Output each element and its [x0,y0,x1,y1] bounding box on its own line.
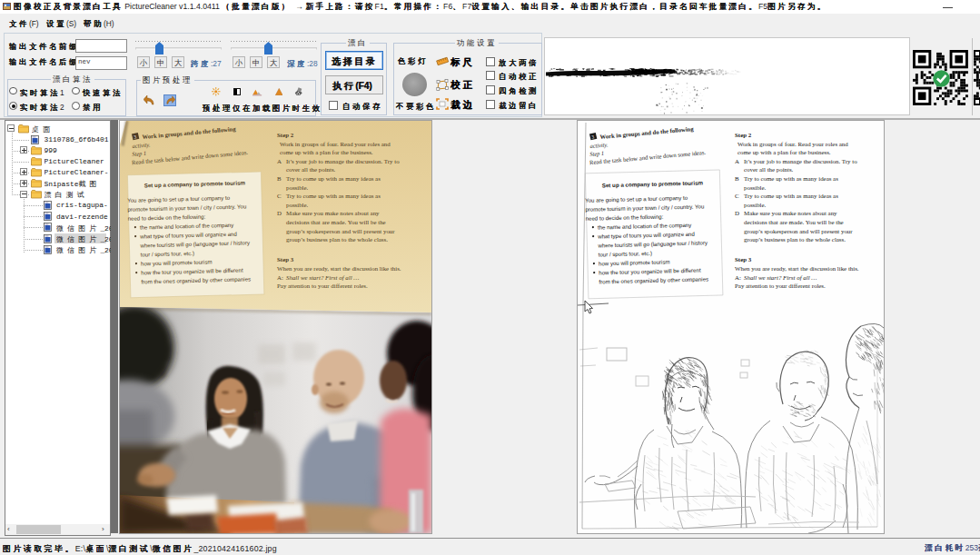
svg-text:Try to come up with as many id: Try to come up with as many ideas as [744,175,838,182]
svg-text:possible.: possible. [744,184,767,191]
svg-text:cover all the points.: cover all the points. [744,166,794,173]
svg-text:B: B [277,175,282,182]
svg-text:It’s your job to manage the di: It’s your job to manage the discussion. … [744,158,857,164]
svg-text:Make sure you make notes about: Make sure you make notes about any [744,210,837,216]
svg-text:come up with a plan for the bu: come up with a plan for the business. [280,149,373,155]
svg-text:It’s your job to manage the di: It’s your job to manage the discussion. … [286,158,400,164]
svg-text:Make sure you make notes about: Make sure you make notes about any [286,210,380,216]
svg-text:Shall we start? First of all …: Shall we start? First of all … [744,274,817,281]
svg-text:C: C [735,193,739,199]
svg-text:A:: A: [735,274,741,281]
svg-text:decisions that are made. You w: decisions that are made. You will be the [744,219,844,225]
svg-text:Work in groups of four. Read y: Work in groups of four. Read your roles … [737,141,848,147]
svg-text:possible.: possible. [286,202,309,208]
svg-text:Step 1: Step 1 [132,150,146,157]
svg-text:D: D [277,210,282,216]
svg-text:B: B [735,175,739,182]
svg-text:Try to come up with as many id: Try to come up with as many ideas as [744,193,838,199]
svg-text:decisions that are made. You w: decisions that are made. You will be the [286,219,386,225]
svg-text:group’s business plan to the w: group’s business plan to the whole class… [744,236,846,243]
svg-text:Try to come up with as many id: Try to come up with as many ideas as [286,193,381,199]
svg-text:A:: A: [277,274,283,281]
svg-text:When you are ready, start the: When you are ready, start the discussion… [277,265,401,272]
svg-text:A: A [277,158,282,164]
svg-text:D: D [735,210,739,216]
svg-text:group’s business plan to the w: group’s business plan to the whole class… [286,236,388,243]
svg-text:When you are ready, start the: When you are ready, start the discussion… [735,265,859,272]
svg-text:group’s spokesperson and will: group’s spokesperson and will present yo… [286,228,395,234]
svg-text:Step 2: Step 2 [735,132,752,138]
svg-text:Try to come up with as many id: Try to come up with as many ideas as [286,175,381,182]
svg-text:Pay attention to your differen: Pay attention to your different roles. [735,282,826,289]
svg-text:possible.: possible. [744,202,767,208]
svg-text:group’s spokesperson and will: group’s spokesperson and will present yo… [744,228,853,234]
svg-text:Step 1: Step 1 [589,150,604,157]
svg-text:Step 2: Step 2 [277,132,294,138]
svg-text:possible.: possible. [286,184,309,191]
svg-text:Step 3: Step 3 [277,256,294,263]
svg-text:cover all the points.: cover all the points. [286,166,336,173]
svg-text:Pay attention to your differen: Pay attention to your different roles. [277,282,368,289]
svg-text:Shall we start? First of all …: Shall we start? First of all … [286,274,359,281]
svg-text:Step 3: Step 3 [735,256,752,263]
svg-text:come up with a plan for the bu: come up with a plan for the business. [737,149,831,155]
svg-text:Work in groups of four. Read y: Work in groups of four. Read your roles … [280,141,391,147]
svg-text:C: C [277,193,282,199]
svg-text:A: A [735,158,739,164]
